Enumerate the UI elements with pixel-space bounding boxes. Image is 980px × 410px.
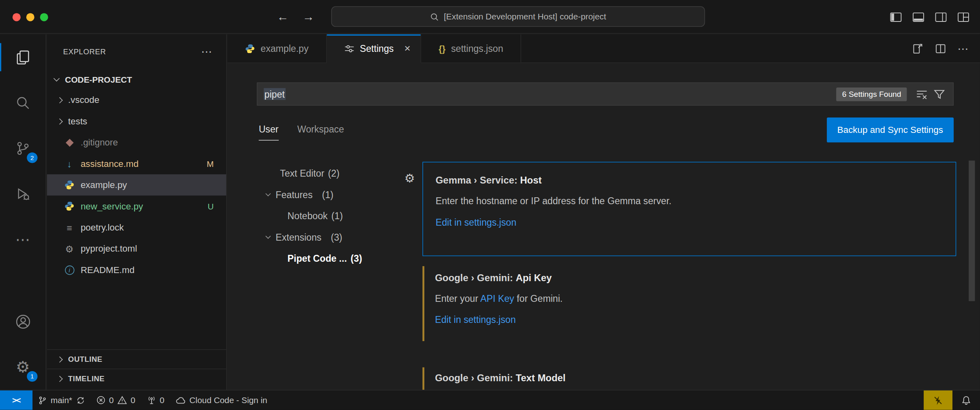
setting-category: Google › Gemini: (435, 272, 516, 283)
tree-item-label: .vscode (68, 95, 99, 105)
git-untracked-badge: U (208, 201, 214, 211)
activity-search-button[interactable] (0, 80, 46, 126)
setting-google-gemini-api-key[interactable]: Google › Gemini: Api Key Enter your API … (422, 266, 956, 341)
back-icon[interactable]: ← (277, 10, 289, 24)
ports-status-item[interactable]: 0 (141, 391, 170, 410)
settings-search-input[interactable]: pipet 6 Settings Found (257, 83, 954, 106)
activity-more-button[interactable]: ⋯ (0, 217, 46, 263)
toc-notebook[interactable]: Notebook (1) (257, 205, 413, 226)
settings-badge: 1 (27, 371, 37, 382)
description-text: Enter your (435, 293, 480, 303)
setting-description: Enter the hostname or IP address for the… (436, 196, 943, 206)
toggle-secondary-sidebar-icon[interactable] (934, 10, 947, 23)
setting-actions-gear-icon[interactable]: ⚙ (404, 171, 415, 186)
git-modified-badge: M (207, 159, 214, 168)
tree-item-pyproject-toml[interactable]: ⚙ pyproject.toml (47, 238, 227, 259)
python-file-icon (245, 43, 255, 53)
setting-gemma-service-host[interactable]: Gemma › Service: Host Enter the hostname… (422, 162, 956, 256)
tree-root-code-project[interactable]: CODE-PROJECT (47, 69, 227, 89)
close-icon[interactable]: × (404, 42, 411, 55)
status-bar: >< main* 0 0 0 Cloud Code - Sign in (0, 390, 980, 410)
tab-bar: example.py Settings × {} settings.json ⋯ (227, 34, 980, 63)
more-actions-icon[interactable]: ⋯ (957, 43, 969, 54)
search-icon (430, 12, 439, 21)
scrollbar[interactable] (969, 160, 975, 301)
scm-badge: 2 (27, 152, 37, 163)
problems-status-item[interactable]: 0 0 (90, 391, 141, 410)
setting-category: Google › Gemini: (435, 372, 516, 383)
lightning-slash-icon (933, 395, 943, 405)
tab-settings-json[interactable]: {} settings.json (421, 34, 521, 62)
tree-item-new-service-py[interactable]: new_service.py U (47, 196, 227, 217)
settings-toc: Text Editor (2) Features (1) Notebook (1… (257, 162, 413, 269)
forward-icon[interactable]: → (302, 10, 314, 24)
activity-run-debug-button[interactable] (0, 171, 46, 217)
tree-item-tests[interactable]: tests (47, 111, 227, 132)
api-key-link[interactable]: API Key (480, 293, 514, 303)
tab-settings[interactable]: Settings × (327, 34, 421, 62)
toc-extensions[interactable]: Extensions (3) (257, 226, 413, 247)
chevron-down-icon (265, 233, 271, 239)
tree-item-example-py[interactable]: example.py (47, 174, 227, 195)
results-count-badge: 6 Settings Found (837, 87, 907, 101)
toggle-panel-icon[interactable] (912, 10, 925, 23)
cloud-code-status-item[interactable]: Cloud Code - Sign in (170, 391, 273, 410)
filter-icon[interactable] (934, 88, 945, 100)
toc-label: Notebook (287, 210, 327, 221)
accounts-button[interactable] (0, 299, 46, 344)
setting-google-gemini-text-model[interactable]: Google › Gemini: Text Model (422, 367, 956, 390)
close-window-button[interactable] (13, 13, 21, 21)
vscode-window: ← → [Extension Development Host] code-pr… (0, 0, 980, 410)
window-controls (13, 13, 48, 21)
cloud-icon (175, 395, 186, 405)
chevron-right-icon (57, 376, 63, 382)
scope-tab-user[interactable]: User (259, 124, 278, 141)
tab-label: settings.json (451, 43, 503, 53)
toc-pipet-code[interactable]: Pipet Code ... (3) (257, 248, 413, 269)
explorer-title: EXPLORER (63, 47, 106, 56)
settings-scope-tabs: User Workspace (259, 124, 344, 141)
tree-item-assistance-md[interactable]: ↓ assistance.md M (47, 153, 227, 174)
minimize-window-button[interactable] (26, 13, 34, 21)
tree-item-readme-md[interactable]: i README.md (47, 259, 227, 280)
toc-text-editor[interactable]: Text Editor (2) (257, 162, 413, 184)
settings-editor: pipet 6 Settings Found User Workspace Ba… (227, 64, 980, 390)
tab-label: example.py (261, 43, 308, 53)
customize-layout-icon[interactable] (957, 10, 970, 23)
screencast-warning-status-item[interactable] (924, 391, 952, 410)
outline-section-header[interactable]: OUTLINE (47, 349, 227, 369)
remote-indicator[interactable]: >< (0, 391, 32, 410)
clear-settings-search-icon[interactable] (916, 88, 928, 100)
chevron-down-icon (53, 75, 60, 81)
manage-settings-button[interactable]: ⚙ 1 (0, 344, 46, 390)
edit-in-settings-json-link[interactable]: Edit in settings.json (436, 217, 943, 227)
command-center[interactable]: [Extension Development Host] code-projec… (331, 6, 705, 27)
tree-item-gitignore[interactable]: .gitignore (47, 132, 227, 153)
notifications-status-item[interactable] (952, 391, 980, 410)
toggle-primary-sidebar-icon[interactable] (889, 10, 902, 23)
scope-tab-workspace[interactable]: Workspace (297, 124, 344, 141)
toc-count: (1) (332, 210, 343, 221)
edit-in-settings-json-link[interactable]: Edit in settings.json (435, 314, 944, 325)
editor-area: example.py Settings × {} settings.json ⋯… (227, 34, 980, 390)
toc-features[interactable]: Features (1) (257, 184, 413, 205)
explorer-more-actions-icon[interactable]: ⋯ (201, 45, 212, 59)
tree-item-label: poetry.lock (81, 222, 124, 233)
activity-source-control-button[interactable]: 2 (0, 126, 46, 171)
warnings-icon (118, 395, 127, 405)
maximize-window-button[interactable] (40, 13, 48, 21)
tree-item-vscode[interactable]: .vscode (47, 90, 227, 111)
setting-description: Enter your API Key for Gemini. (435, 293, 944, 303)
open-settings-json-icon[interactable] (911, 42, 924, 55)
search-icon (15, 95, 31, 111)
timeline-section-header[interactable]: TIMELINE (47, 369, 227, 388)
tree-item-poetry-lock[interactable]: ≡ poetry.lock (47, 217, 227, 238)
tab-example-py[interactable]: example.py (227, 34, 327, 62)
backup-sync-settings-button[interactable]: Backup and Sync Settings (827, 117, 954, 143)
json-braces-icon: {} (439, 43, 445, 53)
branch-status-item[interactable]: main* (32, 391, 90, 410)
split-editor-icon[interactable] (934, 42, 947, 55)
run-debug-icon (15, 186, 31, 202)
toc-label: Text Editor (280, 168, 324, 178)
activity-explorer-button[interactable] (0, 34, 46, 80)
